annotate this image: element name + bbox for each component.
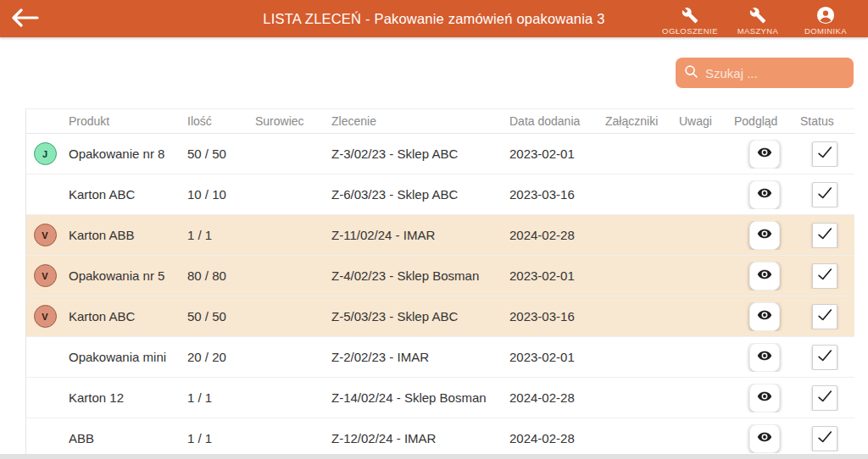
- table-row[interactable]: Karton ABC 10 / 10 Z-6/03/23 - Sklep ABC…: [26, 174, 854, 215]
- check-icon: [815, 224, 834, 246]
- date-added: 2023-03-16: [509, 187, 605, 202]
- preview-button[interactable]: [749, 180, 780, 209]
- order-label: Z-6/03/23 - Sklep ABC: [331, 187, 509, 202]
- col-uwagi: Uwagi: [679, 114, 734, 128]
- col-produkt: Produkt: [69, 114, 187, 128]
- back-button[interactable]: [0, 0, 51, 37]
- arrow-left-icon: [11, 8, 40, 30]
- table-row[interactable]: ABB 1 / 1 Z-12/02/24 - IMAR 2024-02-28: [26, 418, 854, 459]
- product-name: Opakowania mini: [69, 350, 187, 364]
- table-row[interactable]: V Opakowania nr 5 80 / 80 Z-4/02/23 - Sk…: [26, 256, 854, 296]
- status-checkbox[interactable]: [812, 223, 837, 248]
- order-label: Z-11/02/24 - IMAR: [331, 228, 509, 242]
- quantity: 20 / 20: [187, 350, 255, 364]
- table-row[interactable]: Karton 12 1 / 1 Z-14/02/24 - Sklep Bosma…: [26, 378, 854, 418]
- eye-icon: [757, 185, 772, 203]
- horizontal-scrollbar[interactable]: [0, 454, 868, 459]
- quantity: 50 / 50: [187, 309, 255, 324]
- table-row[interactable]: V Karton ABC 50 / 50 Z-5/03/23 - Sklep A…: [26, 296, 854, 337]
- machine-label: MASZYNA: [737, 26, 779, 36]
- check-icon: [815, 265, 834, 286]
- announcement-button[interactable]: OGŁOSZENIE: [659, 2, 721, 36]
- eye-icon: [757, 429, 772, 447]
- check-icon: [815, 143, 834, 164]
- quantity: 1 / 1: [187, 390, 255, 405]
- announcement-label: OGŁOSZENIE: [662, 26, 718, 36]
- product-name: Karton ABB: [69, 228, 187, 242]
- preview-button[interactable]: [749, 140, 780, 169]
- check-icon: [815, 346, 834, 368]
- col-zalaczniki: Załączniki: [605, 114, 679, 128]
- table-body: J Opakowanie nr 8 50 / 50 Z-3/02/23 - Sk…: [26, 134, 854, 459]
- preview-button[interactable]: [749, 221, 780, 250]
- date-added: 2024-02-28: [509, 431, 605, 445]
- col-podglad: Podgląd: [734, 114, 800, 128]
- eye-icon: [757, 307, 772, 325]
- appbar-actions: OGŁOSZENIE MASZYNA DOMINIKA: [659, 2, 868, 36]
- eye-icon: [757, 389, 772, 406]
- order-label: Z-4/02/23 - Sklep Bosman: [331, 268, 509, 283]
- quantity: 50 / 50: [187, 147, 255, 161]
- col-data-dodania: Data dodania: [509, 114, 605, 128]
- avatar-icon: [816, 6, 835, 25]
- status-checkbox[interactable]: [812, 304, 837, 329]
- eye-icon: [757, 145, 772, 163]
- worker-badge: V: [34, 224, 57, 246]
- product-name: ABB: [69, 431, 187, 445]
- preview-button[interactable]: [749, 424, 780, 453]
- status-checkbox[interactable]: [812, 385, 837, 411]
- preview-button[interactable]: [749, 343, 780, 372]
- table-row[interactable]: V Karton ABB 1 / 1 Z-11/02/24 - IMAR 202…: [26, 215, 854, 256]
- status-checkbox[interactable]: [812, 263, 837, 289]
- search-box[interactable]: [676, 58, 854, 88]
- order-label: Z-12/02/24 - IMAR: [331, 431, 509, 445]
- table-row[interactable]: Opakowania mini 20 / 20 Z-2/02/23 - IMAR…: [26, 337, 854, 378]
- eye-icon: [757, 348, 772, 366]
- preview-button[interactable]: [749, 384, 780, 412]
- worker-badge: J: [34, 142, 57, 165]
- search-input[interactable]: [705, 66, 868, 80]
- eye-icon: [757, 226, 772, 244]
- user-button[interactable]: DOMINIKA: [795, 2, 856, 36]
- order-label: Z-14/02/24 - Sklep Bosman: [331, 390, 509, 405]
- date-added: 2023-02-01: [509, 350, 605, 364]
- product-name: Karton 12: [69, 390, 187, 405]
- quantity: 10 / 10: [187, 187, 255, 202]
- order-label: Z-2/02/23 - IMAR: [331, 350, 509, 364]
- preview-button[interactable]: [749, 302, 780, 331]
- order-label: Z-3/02/23 - Sklep ABC: [331, 147, 509, 161]
- col-status: Status: [800, 114, 854, 128]
- status-checkbox[interactable]: [812, 182, 837, 207]
- check-icon: [815, 306, 834, 327]
- app-bar: LISTA ZLECEŃ - Pakowanie zamówień opakow…: [0, 0, 868, 37]
- status-checkbox[interactable]: [812, 141, 837, 167]
- col-zlecenie: Zlecenie: [331, 114, 509, 128]
- product-name: Karton ABC: [69, 309, 187, 324]
- user-label: DOMINIKA: [804, 26, 847, 36]
- date-added: 2023-03-16: [509, 309, 605, 324]
- date-added: 2023-02-01: [509, 147, 605, 161]
- check-icon: [815, 387, 834, 408]
- preview-button[interactable]: [749, 262, 780, 290]
- quantity: 1 / 1: [187, 228, 255, 242]
- machine-button[interactable]: MASZYNA: [727, 2, 788, 36]
- product-name: Karton ABC: [69, 187, 187, 202]
- product-name: Opakowanie nr 8: [69, 147, 187, 161]
- orders-table: Produkt Ilość Surowiec Zlecenie Data dod…: [25, 108, 854, 459]
- date-added: 2024-02-28: [509, 228, 605, 242]
- status-checkbox[interactable]: [812, 345, 837, 370]
- wrench-icon: [682, 6, 698, 25]
- status-checkbox[interactable]: [812, 426, 837, 451]
- date-added: 2024-02-28: [509, 390, 605, 405]
- search-row: [0, 37, 868, 88]
- check-icon: [815, 184, 834, 205]
- check-icon: [815, 428, 834, 449]
- wrench-icon: [749, 6, 766, 25]
- search-icon: [684, 64, 698, 82]
- col-surowiec: Surowiec: [255, 114, 331, 128]
- table-row[interactable]: J Opakowanie nr 8 50 / 50 Z-3/02/23 - Sk…: [26, 134, 854, 174]
- order-label: Z-5/03/23 - Sklep ABC: [331, 309, 509, 324]
- table-header: Produkt Ilość Surowiec Zlecenie Data dod…: [26, 108, 854, 134]
- product-name: Opakowania nr 5: [69, 268, 187, 283]
- date-added: 2023-02-01: [509, 268, 605, 283]
